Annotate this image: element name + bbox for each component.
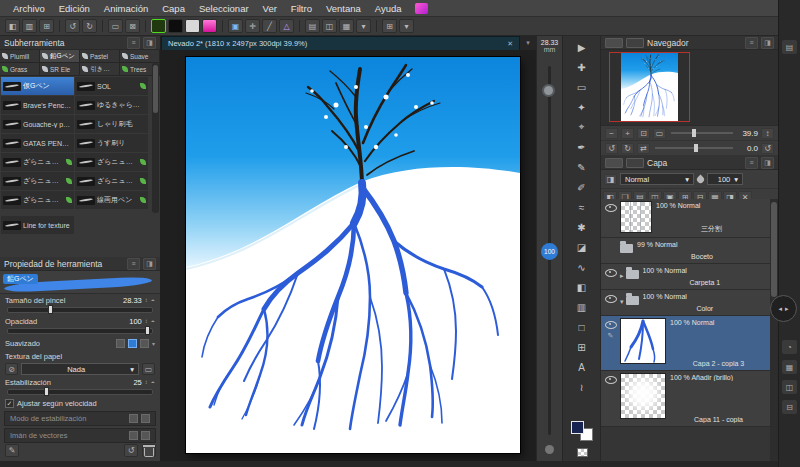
layer-tab-icon[interactable] (605, 158, 623, 168)
layer-thumbnail[interactable] (620, 201, 652, 233)
subtool-tab-grass[interactable]: Grass (0, 63, 40, 76)
panel-menu-icon[interactable]: ≡ (745, 157, 758, 169)
brush-size-slider[interactable] (7, 307, 153, 313)
view-area-rectangle[interactable] (609, 52, 690, 122)
delete-settings-icon[interactable] (142, 444, 156, 457)
brush-list-scrollbar[interactable] (152, 63, 159, 213)
figure-tool[interactable]: □ (572, 319, 592, 335)
undo-icon[interactable]: ↺ (65, 19, 80, 33)
adjust-speed-checkbox[interactable]: ✓ (5, 399, 14, 408)
layer-list-scrollbar[interactable] (770, 199, 778, 461)
dynamics-icon[interactable]: ◓ (151, 379, 155, 386)
menu-animacion[interactable]: Animación (97, 0, 155, 17)
panel-dock-icon[interactable]: ◨ (761, 37, 774, 49)
no-texture-icon[interactable]: ⊘ (5, 363, 18, 375)
menu-filtro[interactable]: Filtro (284, 0, 319, 17)
redo-icon[interactable]: ↻ (82, 19, 97, 33)
brush-item[interactable]: ざらニュル ■ (75, 153, 148, 171)
material-panel-icon[interactable]: ◫ (782, 380, 797, 394)
chevron-right-icon[interactable]: ▸ (785, 305, 789, 313)
dropdown-icon[interactable]: ▾ (399, 19, 414, 33)
dynamics-icon[interactable]: ◓ (151, 318, 155, 325)
layer-opacity-field[interactable]: 100 ▾ (707, 173, 743, 185)
operation-tool[interactable]: ▶ (572, 39, 592, 55)
smoothing-option-3[interactable] (140, 339, 149, 348)
spinner-icon[interactable]: ↕ (145, 379, 148, 385)
layer-row[interactable]: ▾ 100 % Normal Color (601, 290, 771, 316)
rotate-left-icon[interactable]: ↺ (605, 143, 618, 154)
gradient-swatch-icon[interactable] (415, 3, 428, 14)
zoom-spinner-icon[interactable]: ↕ (761, 128, 774, 139)
subtool-tab-pastel[interactable]: Pastel (80, 50, 120, 63)
expand-icon[interactable]: ▸ (620, 272, 624, 287)
scrollbar-thumb[interactable] (153, 65, 158, 113)
transparent-color-swatch[interactable] (577, 448, 588, 457)
eraser-tool[interactable]: ◪ (572, 239, 592, 255)
canvas-grid-icon[interactable]: ⊞ (39, 19, 54, 33)
history-panel-icon[interactable]: ⊟ (782, 400, 797, 414)
mode-option-1[interactable] (129, 414, 138, 423)
panel-dock-icon[interactable]: ◨ (761, 157, 774, 169)
brush-item[interactable]: ざらニュル筆 (1, 153, 74, 171)
paper-texture-dropdown[interactable]: Nada ▾ (21, 363, 139, 375)
brush-tool[interactable]: ✐ (572, 179, 592, 195)
zoom-out-icon[interactable]: − (605, 128, 618, 139)
zoom-value[interactable]: 39.9 (738, 129, 758, 138)
canvas-viewport[interactable] (161, 50, 536, 461)
gradient-tool[interactable]: ▥ (572, 299, 592, 315)
brush-item[interactable]: Brave's Pencil V2 (1, 96, 74, 114)
brush-item[interactable]: GATAS PENCIL (1, 134, 74, 152)
layer-search-tab-icon[interactable] (626, 158, 644, 168)
dynamics-icon[interactable]: ◓ (151, 297, 155, 304)
layer-name[interactable]: Color (643, 305, 767, 312)
decoration-tool[interactable]: ✱ (572, 219, 592, 235)
panel-menu-icon[interactable]: ≡ (127, 37, 140, 49)
zoom-slider[interactable] (671, 132, 733, 134)
material-icon[interactable]: ▤ (305, 19, 320, 33)
view-icon[interactable]: ⊞ (382, 19, 397, 33)
collapse-icon[interactable]: ▾ (620, 298, 624, 313)
fill-icon[interactable]: ▣ (228, 19, 243, 33)
blend-tool[interactable]: ∿ (572, 259, 592, 275)
selection-icon[interactable]: ▭ (108, 19, 123, 33)
opacity-value[interactable]: 100 (129, 317, 142, 326)
ruler-icon[interactable]: ╱ (262, 19, 277, 33)
stabilization-slider[interactable] (7, 389, 153, 395)
visibility-eye-icon[interactable] (605, 204, 617, 212)
pencil-tool[interactable]: ✎ (572, 159, 592, 175)
close-icon[interactable]: ✕ (507, 40, 513, 48)
brush-size-value[interactable]: 28.33 (123, 296, 142, 305)
subtool-tab-plumill[interactable]: Plumill (0, 50, 40, 63)
slider-end-knob[interactable] (545, 445, 554, 454)
navigator-thumbnail[interactable] (621, 53, 678, 121)
snap-icon[interactable]: ✛ (245, 19, 260, 33)
navigator-tab-icon[interactable] (605, 38, 623, 48)
smoothing-option-2[interactable] (128, 339, 137, 348)
size-slider-handle[interactable] (542, 84, 555, 97)
navigator-preview[interactable] (601, 50, 778, 126)
zoom-in-icon[interactable]: + (621, 128, 634, 139)
main-color-swatch[interactable] (168, 19, 183, 33)
perspective-icon[interactable]: △ (279, 19, 294, 33)
selection-tool[interactable]: ▭ (572, 79, 592, 95)
spinner-icon[interactable]: ↕ (145, 297, 148, 303)
menu-capa[interactable]: Capa (155, 0, 192, 17)
slider-handle[interactable] (145, 326, 150, 335)
panel-dock-icon[interactable]: ◨ (143, 37, 156, 49)
panel-menu-icon[interactable]: ≡ (127, 258, 140, 270)
panel-cycle-control[interactable]: ◂ ▸ (770, 295, 797, 322)
main-color-swatch[interactable] (571, 421, 584, 434)
subtool-tab-gpen[interactable]: 鉛Gペン (40, 50, 80, 63)
brush-item[interactable]: Gouache-y paint (1, 115, 74, 133)
text-tool[interactable]: A (572, 359, 592, 375)
visibility-eye-icon[interactable] (605, 295, 617, 303)
scrollbar-thumb[interactable] (771, 202, 777, 297)
layer-name[interactable]: Capa 2 - copia 3 (670, 360, 767, 367)
mode-option-2[interactable] (141, 414, 150, 423)
grid-icon[interactable]: ▦ (339, 19, 354, 33)
magnet-option-1[interactable] (129, 431, 138, 440)
reset-settings-icon[interactable]: ↺ (124, 444, 138, 457)
layer-name[interactable]: Capa 11 - copia (670, 416, 767, 423)
layer-name[interactable]: Boceto (637, 253, 767, 260)
blend-mode-dropdown[interactable]: Normal ▾ (620, 173, 694, 185)
